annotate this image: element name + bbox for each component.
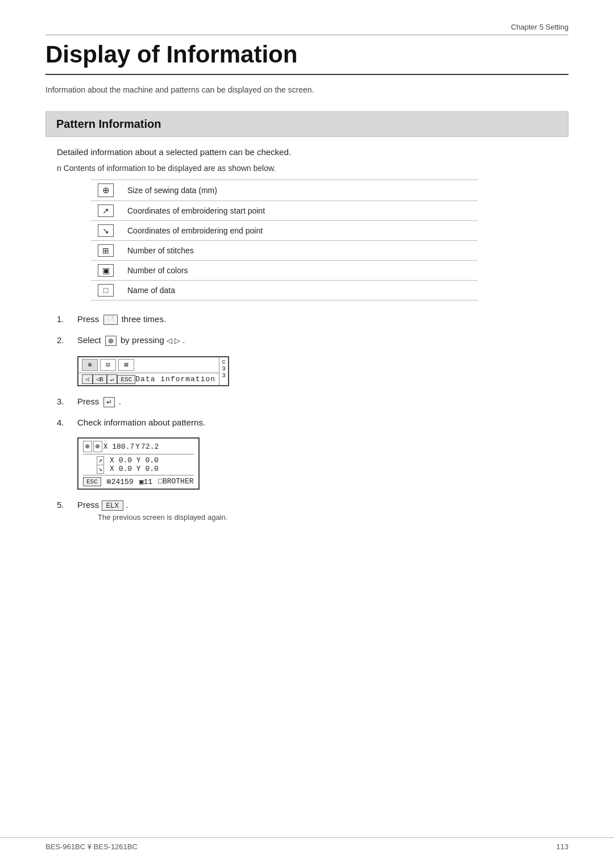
section-header: Pattern Information (45, 111, 569, 137)
pattern-row4: ESC ⊞24159 ▣11 □BROTHER (83, 475, 194, 486)
btn-enter[interactable]: ↵ (107, 374, 118, 384)
screen-icon-3: ⊠ (118, 359, 134, 371)
table-row: ↘ Coordinates of embroidering end point (91, 221, 478, 241)
pattern-screen-display: ⊕ ⊕ X 180.7 Y 72.2 ↗ X 0.0 Y 0.0 ↘ X 0.0… (77, 432, 569, 490)
step-5: 5. Press ELX . The previous screen is di… (57, 500, 569, 521)
end-icon: ↘ (97, 465, 104, 474)
pattern-screen-box: ⊕ ⊕ X 180.7 Y 72.2 ↗ X 0.0 Y 0.0 ↘ X 0.0… (77, 437, 200, 490)
data-name-icon: □ (98, 284, 114, 297)
icon-cell: □ (91, 281, 121, 301)
start-icon: ↗ (97, 456, 104, 465)
section-title: Pattern Information (56, 118, 161, 130)
table-desc: Size of sewing data (mm) (121, 180, 478, 201)
table-desc: Name of data (121, 281, 478, 301)
steps-list: 1. Press 📄 three times. 2. Select ⊕ by p… (57, 314, 569, 521)
step-3-content: Press ↵ . (77, 397, 569, 407)
pattern-icon-my: ⊕ (83, 441, 92, 452)
chapter-label: Chapter 5 Setting (511, 23, 569, 31)
screen-top-row: ⊕ ⊟ ⊠ (78, 357, 219, 373)
table-row: ⊕ Size of sewing data (mm) (91, 180, 478, 201)
table-row: ↗ Coordinates of embroidering start poin… (91, 201, 478, 221)
arrow-right-icon: ▷ (175, 336, 180, 345)
pattern-icon-my2: ⊕ (93, 441, 102, 452)
color-count: ▣11 (139, 477, 152, 486)
step-1-num: 1. (57, 314, 74, 324)
embroid-start-icon: ↗ (98, 205, 114, 217)
embroid-end-icon: ↘ (98, 224, 114, 237)
screen-icon-1: ⊕ (82, 359, 98, 371)
colors-icon: ▣ (98, 264, 114, 277)
step-3-text-before: Press (77, 397, 102, 406)
pattern-row1-y: 72.2 (141, 443, 159, 451)
step-4-content: Check information about patterns. ⊕ ⊕ X … (77, 418, 569, 490)
icon-cell: ↘ (91, 221, 121, 241)
step-1: 1. Press 📄 three times. (57, 314, 569, 325)
screen-right-num2: 3 (222, 372, 226, 379)
data-name-val: □BROTHER (158, 477, 193, 486)
screen-box-1: ⊕ ⊟ ⊠ ◁ ◁B ↵ ESC Data information (77, 356, 229, 386)
document-icon: 📄 (103, 315, 118, 325)
step-5-text-after: . (126, 500, 128, 510)
pattern-row1-x: X 180.7 (103, 443, 135, 451)
step-5-num: 5. (57, 500, 74, 510)
table-desc: Number of stitches (121, 241, 478, 261)
my-design-select-icon: ⊕ (105, 336, 117, 346)
intro-text: Information about the machine and patter… (45, 85, 569, 94)
step-4-text: Check information about patterns. (77, 418, 205, 427)
icon-cell: ▣ (91, 261, 121, 281)
step-3-text-after: . (119, 397, 121, 406)
icon-cell: ⊕ (91, 180, 121, 201)
btn-esc[interactable]: ESC (117, 375, 135, 384)
btn-back[interactable]: ◁ (82, 374, 93, 384)
step-1-content: Press 📄 three times. (77, 314, 569, 325)
chapter-header: Chapter 5 Setting (45, 23, 569, 35)
step-3: 3. Press ↵ . (57, 397, 569, 407)
screen-icon-2: ⊟ (100, 359, 116, 371)
section-desc: Detailed information about a selected pa… (57, 147, 569, 157)
row3-text: X 0.0 Y 0.0 (110, 465, 159, 473)
table-desc: Coordinates of embroidering end point (121, 221, 478, 241)
pattern-row1-y-label: Y (135, 443, 140, 451)
esc-btn[interactable]: ESC (83, 477, 101, 486)
table-desc: Coordinates of embroidering start point (121, 201, 478, 221)
step-2-text-mid: by pressing (121, 335, 164, 345)
stitches-icon: ⊞ (98, 244, 114, 257)
data-info-text: Data information (135, 375, 215, 383)
step-2-content: Select ⊕ by pressing ◁ ▷ . ⊕ ⊟ ⊠ (77, 335, 569, 386)
prev-screen-note: The previous screen is displayed again. (98, 513, 569, 521)
step-5-text-before: Press (77, 500, 102, 510)
step-4-num: 4. (57, 418, 74, 427)
page-title: Display of Information (45, 41, 569, 75)
footer-model: BES-961BC ¥ BES-1261BC (45, 842, 138, 851)
icon-cell: ⊞ (91, 241, 121, 261)
step-1-text-before: Press (77, 314, 102, 324)
step-2: 2. Select ⊕ by pressing ◁ ▷ . ⊕ ⊟ ⊠ (57, 335, 569, 386)
footer: BES-961BC ¥ BES-1261BC 113 (0, 837, 614, 851)
sewing-size-icon: ⊕ (98, 183, 114, 197)
table-row: □ Name of data (91, 281, 478, 301)
step-5-content: Press ELX . The previous screen is displ… (77, 500, 569, 521)
screen-right-icon: c (222, 358, 226, 365)
step-2-num: 2. (57, 335, 74, 345)
screen-right-num1: 3 (222, 365, 226, 372)
icon-cell: ↗ (91, 201, 121, 221)
table-row: ▣ Number of colors (91, 261, 478, 281)
table-desc: Number of colors (121, 261, 478, 281)
info-table: ⊕ Size of sewing data (mm) ↗ Coordinates… (91, 180, 478, 301)
stitch-count: ⊞24159 (107, 477, 134, 486)
step-3-num: 3. (57, 397, 74, 406)
enter-icon: ↵ (103, 397, 115, 407)
pattern-row3: ↘ X 0.0 Y 0.0 (83, 465, 194, 473)
screen-bottom-row: ◁ ◁B ↵ ESC Data information (78, 373, 219, 385)
btn-b[interactable]: ◁B (93, 374, 107, 384)
elx-key[interactable]: ELX (102, 500, 124, 511)
step-4: 4. Check information about patterns. ⊕ ⊕… (57, 418, 569, 490)
pattern-row2: ↗ X 0.0 Y 0.0 (83, 456, 194, 465)
step-2-text-end: . (182, 335, 185, 345)
row2-text: X 0.0 Y 0.0 (110, 456, 159, 465)
arrow-left-icon: ◁ (167, 336, 172, 345)
screen-display-1: ⊕ ⊟ ⊠ ◁ ◁B ↵ ESC Data information (77, 350, 569, 386)
note-line: n Contents of information to be displaye… (57, 164, 569, 173)
footer-page: 113 (556, 842, 569, 851)
table-row: ⊞ Number of stitches (91, 241, 478, 261)
